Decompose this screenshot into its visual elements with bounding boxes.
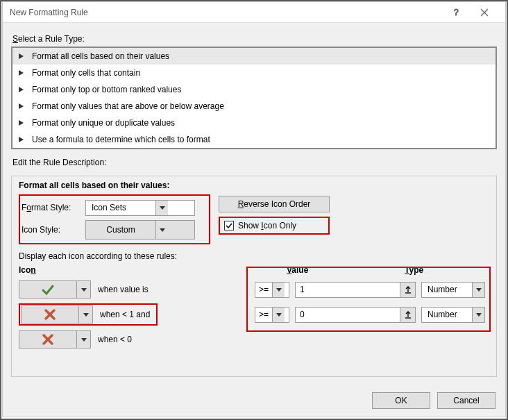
bullet-icon (18, 119, 26, 126)
icon-rule-row: when < 1 and >= (19, 304, 489, 325)
type-header: Type (400, 265, 477, 275)
svg-marker-6 (19, 103, 24, 109)
svg-marker-9 (160, 206, 165, 210)
value-input-wrap (295, 307, 416, 323)
select-rule-type-label: Select a Rule Type: (12, 34, 496, 44)
svg-marker-7 (19, 120, 24, 126)
rule-type-item[interactable]: Format only cells that contain (12, 65, 496, 81)
cancel-button[interactable]: Cancel (437, 392, 496, 409)
operator-dropdown[interactable]: >= (255, 282, 289, 298)
cross-icon (21, 305, 79, 324)
rule-type-text: Format only top or bottom ranked values (32, 85, 181, 94)
svg-marker-4 (19, 70, 24, 76)
bullet-icon (18, 136, 26, 143)
type-value: Number (422, 308, 472, 322)
icon-header: Icon (19, 265, 255, 275)
chevron-down-icon[interactable] (472, 283, 484, 297)
chevron-down-icon[interactable] (77, 280, 91, 299)
condition-text: when < 1 and (100, 310, 150, 319)
operator-dropdown[interactable]: >= (255, 307, 289, 323)
edit-description-label: Edit the Rule Description: (12, 158, 496, 167)
chevron-down-icon[interactable] (272, 308, 285, 322)
show-icon-only-label: Show Icon Only (238, 221, 296, 230)
chevron-down-icon[interactable] (155, 221, 168, 239)
operator-value: >= (255, 308, 272, 322)
type-dropdown[interactable]: Number (421, 307, 485, 323)
description-group: Format all cells based on their values: … (11, 176, 497, 377)
rules-headers: Icon Value Type (19, 265, 489, 275)
rule-type-item[interactable]: Format all cells based on their values (12, 48, 496, 65)
value-input[interactable] (296, 283, 400, 297)
rule-type-text: Format only cells that contain (32, 68, 140, 78)
dialog-buttons: OK Cancel (372, 392, 496, 409)
svg-text:?: ? (454, 8, 459, 17)
bullet-icon (18, 103, 26, 110)
chevron-down-icon[interactable] (472, 308, 484, 322)
svg-marker-8 (19, 137, 24, 142)
rule-type-text: Format only unique or duplicate values (32, 118, 175, 128)
icon-style-label: Icon Style: (22, 225, 85, 235)
display-rules-label: Display each icon according to these rul… (19, 251, 489, 261)
svg-marker-18 (83, 313, 89, 317)
window-title: New Formatting Rule (10, 8, 443, 17)
chevron-down-icon[interactable] (272, 283, 285, 297)
format-style-value: Icon Sets (86, 201, 155, 215)
operator-value: >= (255, 283, 272, 297)
rule-type-item[interactable]: Format only top or bottom ranked values (12, 81, 496, 98)
rule-type-text: Use a formula to determine which cells t… (32, 135, 210, 144)
svg-marker-3 (19, 53, 24, 59)
rule-type-text: Format only values that are above or bel… (32, 101, 224, 111)
svg-marker-11 (81, 288, 87, 292)
range-picker-icon[interactable] (400, 308, 415, 322)
condition-text: when value is (98, 285, 149, 294)
close-button[interactable] (471, 2, 498, 23)
svg-marker-12 (276, 288, 282, 292)
icon-selector[interactable] (21, 305, 93, 324)
value-header: Value (255, 265, 400, 275)
bullet-icon (18, 53, 26, 60)
format-style-dropdown[interactable]: Icon Sets (85, 200, 195, 216)
show-icon-only-checkbox[interactable] (224, 221, 234, 230)
icon-rule2-highlight: when < 1 and (19, 303, 158, 326)
group-title: Format all cells based on their values: (19, 180, 489, 190)
svg-marker-25 (81, 338, 87, 342)
chevron-down-icon[interactable] (77, 330, 91, 348)
titlebar: New Formatting Rule ? (3, 2, 505, 23)
chevron-down-icon[interactable] (155, 201, 168, 215)
rule-type-item[interactable]: Use a formula to determine which cells t… (12, 131, 496, 148)
svg-marker-5 (19, 87, 24, 92)
check-icon (19, 280, 77, 299)
help-button[interactable]: ? (443, 2, 471, 23)
value-input-wrap (295, 282, 416, 298)
rule-type-text: Format all cells based on their values (32, 51, 169, 61)
reverse-icon-order-button[interactable]: Reverse Icon Order (219, 196, 330, 212)
svg-marker-15 (476, 288, 482, 292)
bullet-icon (18, 86, 26, 93)
svg-marker-19 (276, 313, 282, 317)
chevron-down-icon[interactable] (79, 305, 93, 324)
icon-rule-row: when value is >= (19, 279, 489, 300)
svg-marker-22 (476, 313, 482, 317)
condition-text: when < 0 (98, 335, 132, 344)
rule-type-item[interactable]: Format only values that are above or bel… (12, 98, 496, 115)
ok-button[interactable]: OK (372, 392, 430, 409)
format-style-label: Format Style: (22, 203, 85, 212)
icon-rule-row: when < 0 (19, 329, 489, 350)
icon-selector[interactable] (19, 280, 91, 299)
type-dropdown[interactable]: Number (421, 282, 485, 298)
svg-marker-10 (160, 228, 165, 232)
show-icon-only-highlight: Show Icon Only (219, 217, 330, 235)
rule-type-item[interactable]: Format only unique or duplicate values (12, 115, 496, 131)
icon-selector[interactable] (19, 330, 91, 348)
value-input[interactable] (296, 308, 400, 322)
type-value: Number (422, 283, 472, 297)
icon-style-dropdown[interactable]: Custom (85, 220, 195, 240)
bullet-icon (18, 69, 26, 76)
rule-type-list[interactable]: Format all cells based on their values F… (11, 47, 497, 149)
cross-icon (19, 330, 77, 348)
style-highlight: Format Style: Icon Sets Icon Style: Cust… (19, 194, 210, 244)
icon-style-value: Custom (86, 221, 155, 239)
range-picker-icon[interactable] (400, 283, 415, 297)
